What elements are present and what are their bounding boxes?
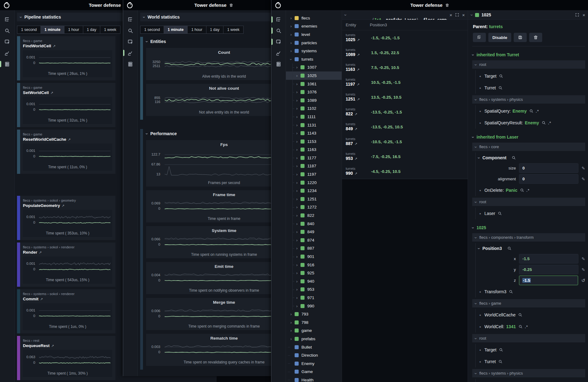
search-icon[interactable] — [498, 359, 503, 364]
expand-arrow-icon[interactable]: › — [295, 304, 299, 308]
tree-item[interactable]: › Health — [286, 376, 342, 382]
chevron-down-icon[interactable]: › — [474, 338, 478, 339]
edit-pencil-icon[interactable]: ✎ — [582, 267, 585, 272]
edit-pencil-icon[interactable]: ✎ — [582, 177, 585, 182]
tree-item[interactable]: › 1102 — [286, 105, 342, 113]
inspector-row[interactable]: › • flecs › core .* flecs › core ✎ ↺ — [472, 143, 585, 151]
sidebar-icon[interactable] — [0, 47, 14, 58]
expand-arrow-icon[interactable]: › — [289, 337, 293, 341]
expand-arrow-icon[interactable]: › — [295, 222, 299, 226]
inspector-row[interactable]: › • size 0 .* size 0 ✎ ↺ — [472, 163, 585, 174]
expand-arrow-icon[interactable]: › — [295, 123, 299, 127]
system-name[interactable]: Commit↗ — [23, 297, 112, 301]
expand-arrow-icon[interactable]: › — [295, 172, 299, 176]
expand-icon[interactable] — [455, 13, 459, 17]
external-link-icon[interactable]: ↗ — [62, 204, 64, 208]
entity-id[interactable]: 849↗ — [346, 126, 370, 131]
expand-arrow-icon[interactable]: › — [289, 41, 293, 45]
inspector-row[interactable]: › • Position3 .* Position3 ✎ ↺ — [472, 243, 585, 253]
chevron-down-icon[interactable]: › — [474, 146, 478, 148]
expand-arrow-icon[interactable]: › — [295, 271, 299, 275]
expand-arrow-icon[interactable]: › — [289, 24, 293, 28]
search-icon[interactable] — [518, 313, 522, 317]
inspector-row[interactable]: › • inherited from Turret .* inherited f… — [472, 50, 585, 59]
tree-item[interactable]: › systems — [286, 47, 342, 55]
time-range-tab[interactable]: 1 hour — [187, 26, 206, 34]
table-row[interactable]: turrets 1089↗ 1.5, -0.25, 22.5 — [342, 45, 468, 60]
system-name[interactable]: FindWorldCell↗ — [23, 44, 112, 48]
system-name[interactable]: SetWorldCell↗ — [23, 90, 112, 95]
time-range-tab[interactable]: 1 week — [100, 26, 120, 34]
chevron-down-icon[interactable]: › — [477, 157, 481, 159]
table-row[interactable]: turrets 1251↗ 13.5, -0.25, 10.5 — [342, 90, 468, 105]
external-link-icon[interactable]: ↗ — [354, 112, 357, 116]
tree-item[interactable]: › 793 — [286, 310, 342, 318]
search-icon[interactable] — [520, 188, 524, 192]
expand-arrow-icon[interactable]: › — [295, 287, 299, 291]
tree-item[interactable]: › 1251 — [286, 195, 342, 203]
row-value-link[interactable]: Panic — [506, 188, 517, 193]
time-range-tab[interactable]: 1 second — [17, 26, 41, 34]
trash-icon[interactable] — [229, 3, 233, 7]
expand-arrow-icon[interactable]: › — [295, 148, 299, 152]
inspector-row[interactable]: › • OnDelete: Panic .* OnDelete: Panic ✎… — [472, 184, 585, 196]
disable-button[interactable]: Disable — [488, 33, 511, 42]
tree-item[interactable]: › 887 — [286, 244, 342, 253]
column-position3[interactable]: Position3 — [370, 23, 387, 27]
tree-item[interactable]: › 798 — [286, 318, 342, 327]
chevron-down-icon[interactable]: › — [474, 201, 478, 203]
sidebar-icon[interactable] — [0, 36, 14, 47]
inspector-row[interactable]: › • inherited from Laser .* inherited fr… — [472, 133, 585, 141]
expand-arrow-icon[interactable]: › — [295, 74, 299, 78]
tree-item[interactable]: › 1089 — [286, 96, 342, 105]
entity-id[interactable]: 1163↗ — [346, 67, 370, 72]
inspector-row[interactable]: › • 1025 .* 1025 ✎ ↺ — [472, 223, 585, 232]
delete-button[interactable] — [529, 33, 542, 42]
tree-item[interactable]: › 822 — [286, 211, 342, 220]
trash-icon[interactable] — [445, 3, 449, 7]
chevron-down-icon[interactable]: › — [474, 303, 478, 304]
row-value-link[interactable]: Enemy — [512, 109, 527, 114]
chevron-down-icon[interactable]: › — [474, 373, 478, 374]
tree-item[interactable]: › flecs — [286, 14, 342, 22]
expand-arrow-icon[interactable]: › — [295, 139, 299, 144]
tree-item[interactable]: › Direction — [286, 351, 342, 359]
external-link-icon[interactable]: ↗ — [357, 97, 360, 101]
search-icon[interactable] — [542, 121, 546, 125]
sidebar-icon[interactable] — [271, 25, 286, 36]
table-row[interactable]: turrets 822↗ -13.5, -0.25, -1.5 — [342, 105, 468, 119]
expand-arrow-icon[interactable]: › — [295, 82, 299, 86]
inspector-row[interactable]: › • Laser .* Laser ✎ ↺ — [472, 208, 585, 219]
expand-arrow-icon[interactable]: › — [295, 181, 299, 185]
inspector-row[interactable]: › • Target .* Target ✎ ↺ — [472, 70, 585, 82]
sidebar-icon[interactable] — [271, 36, 286, 47]
system-name[interactable]: DequeueRest↗ — [23, 343, 112, 348]
tree-item[interactable]: › 1153 — [286, 137, 342, 146]
external-link-icon[interactable]: ↗ — [39, 251, 42, 254]
entity-id[interactable]: 1251↗ — [346, 97, 370, 102]
tree-item[interactable]: › 1197 — [286, 170, 342, 178]
save-button[interactable] — [514, 33, 527, 42]
entity-id[interactable]: 822↗ — [346, 111, 370, 117]
expand-arrow-icon[interactable]: › — [295, 246, 299, 250]
inspector-row[interactable]: › • root .* root ✎ ↺ — [472, 60, 585, 69]
expand-arrow-icon[interactable]: › — [295, 296, 299, 300]
tree-item[interactable]: › prefabs — [286, 335, 342, 343]
tree-item[interactable]: › 1111 — [286, 113, 342, 121]
external-link-icon[interactable]: ↗ — [53, 44, 55, 48]
inspector-row[interactable]: › • Component .* Component ✎ ↺ — [472, 152, 585, 163]
titlebar[interactable]: Tower defense — [271, 0, 588, 11]
tree-item[interactable]: › 1163 — [286, 146, 342, 154]
row-value-link[interactable]: 1341 — [506, 324, 516, 329]
search-icon[interactable] — [507, 246, 512, 251]
sidebar-icon[interactable] — [271, 14, 286, 25]
entity-id[interactable]: 1089↗ — [346, 52, 370, 57]
chevron-down-icon[interactable]: › — [471, 136, 475, 138]
inspector-row[interactable]: › • SpatialQueryResult: Enemy .* Spatial… — [472, 117, 585, 129]
search-icon[interactable] — [509, 290, 513, 294]
edit-pencil-icon[interactable]: ✎ — [582, 166, 585, 171]
tree-item[interactable]: › 849 — [286, 228, 342, 236]
tree-item[interactable]: › 840 — [286, 220, 342, 228]
tree-item[interactable]: › 925 — [286, 269, 342, 277]
inspector-row[interactable]: › • y -0.25 .* y -0.25 ✎ ↺ — [472, 264, 585, 275]
